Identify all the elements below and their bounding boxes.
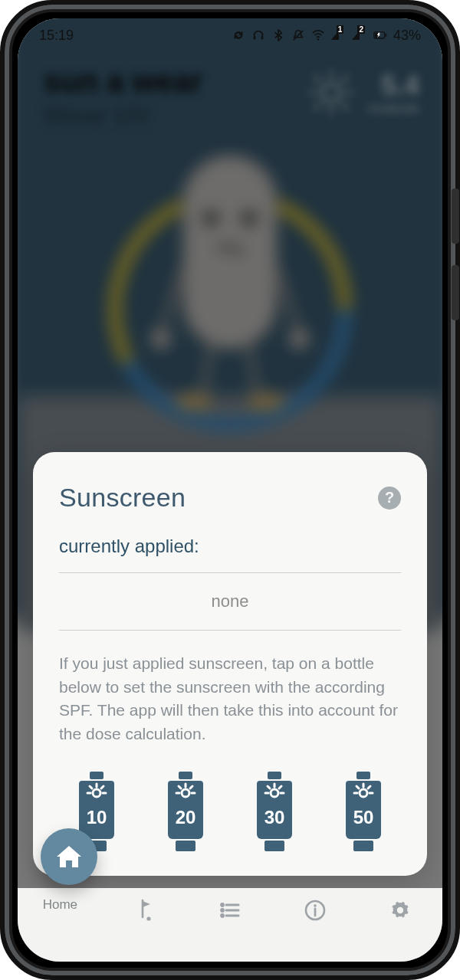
sunscreen-bottle-icon: 50 — [334, 770, 393, 854]
mute-icon — [291, 28, 305, 42]
svg-point-27 — [152, 329, 170, 348]
status-right: 1 2 43% — [232, 28, 421, 44]
svg-line-38 — [90, 786, 92, 788]
phone-side-button — [452, 265, 459, 320]
applied-label: currently applied: — [59, 536, 401, 557]
svg-point-67 — [222, 904, 224, 906]
status-bar: 15:19 — [18, 18, 442, 52]
bg-titles: sun a wear Wear UV — [44, 64, 202, 130]
svg-rect-3 — [261, 36, 263, 40]
svg-point-28 — [290, 329, 308, 348]
svg-rect-33 — [90, 772, 104, 779]
home-icon — [54, 841, 84, 872]
svg-point-31 — [176, 394, 212, 412]
bg-uv-badge: 5.4 moderate — [306, 67, 419, 118]
signal-2-icon: 2 — [352, 28, 367, 44]
nav-home[interactable]: Home — [18, 897, 103, 913]
svg-line-26 — [276, 264, 299, 333]
golf-flag-icon — [132, 897, 158, 923]
svg-point-74 — [314, 904, 317, 907]
svg-point-69 — [222, 910, 224, 912]
bg-title-line1: sun a wear — [44, 64, 202, 99]
svg-line-17 — [315, 104, 320, 110]
bg-title-line2: Wear UV — [44, 100, 202, 130]
svg-line-25 — [161, 264, 184, 333]
nav-settings[interactable] — [357, 897, 442, 923]
svg-point-66 — [147, 916, 151, 920]
svg-rect-57 — [356, 772, 370, 779]
svg-rect-48 — [176, 841, 196, 851]
phone-frame: 15:19 — [0, 0, 460, 980]
svg-rect-56 — [264, 841, 284, 851]
applied-value: none — [59, 572, 401, 631]
sun-outline-icon — [306, 67, 356, 118]
svg-point-24 — [246, 212, 252, 217]
bluetooth-icon — [271, 28, 285, 42]
svg-rect-2 — [254, 36, 256, 40]
wifi-icon — [311, 28, 325, 42]
spf-label: 50 — [353, 807, 374, 828]
spf-label: 30 — [264, 807, 285, 828]
svg-line-62 — [356, 786, 359, 788]
spf-row: 10 20 — [59, 770, 401, 854]
screen: 15:19 — [18, 18, 442, 962]
nav-flag[interactable] — [103, 897, 188, 923]
spf-label: 20 — [176, 807, 196, 828]
list-icon — [217, 897, 243, 923]
nav-list[interactable] — [188, 897, 273, 923]
battery-icon — [373, 28, 387, 42]
gear-icon — [387, 897, 413, 923]
sunscreen-sheet: Sunscreen ? currently applied: none If y… — [33, 452, 427, 876]
help-button[interactable]: ? — [378, 487, 401, 510]
svg-point-32 — [248, 394, 284, 412]
bg-uv-caption: moderate — [367, 102, 419, 116]
svg-rect-49 — [268, 772, 281, 779]
svg-point-23 — [208, 212, 214, 217]
svg-line-47 — [190, 786, 192, 788]
svg-line-16 — [343, 77, 348, 82]
status-battery: 43% — [393, 28, 421, 44]
svg-line-54 — [268, 786, 270, 788]
home-fab[interactable] — [41, 828, 97, 885]
svg-line-15 — [343, 104, 348, 110]
svg-rect-20 — [184, 156, 276, 348]
bg-uv-value: 5.4 — [367, 70, 419, 102]
svg-line-39 — [101, 786, 104, 788]
bottom-nav: Home — [18, 888, 442, 962]
svg-line-63 — [368, 786, 370, 788]
svg-rect-41 — [179, 772, 192, 779]
phone-side-button — [452, 188, 459, 244]
bg-character — [96, 133, 364, 432]
svg-line-46 — [179, 786, 181, 788]
svg-point-76 — [396, 907, 402, 913]
svg-rect-8 — [386, 34, 387, 37]
svg-point-71 — [222, 915, 224, 917]
sunscreen-bottle-icon: 30 — [245, 770, 304, 854]
sheet-title: Sunscreen — [59, 483, 186, 513]
svg-line-14 — [315, 77, 320, 82]
spf-label: 10 — [87, 807, 107, 828]
svg-rect-64 — [353, 841, 373, 851]
nav-home-label: Home — [43, 897, 77, 913]
svg-point-9 — [323, 84, 341, 102]
svg-line-55 — [279, 786, 281, 788]
signal-1-icon: 1 — [331, 28, 347, 44]
svg-point-5 — [317, 38, 320, 41]
svg-line-29 — [203, 348, 211, 394]
status-left: 15:19 — [39, 28, 86, 44]
sync-icon — [232, 28, 245, 42]
sunscreen-bottle-icon: 20 — [156, 770, 215, 854]
status-time: 15:19 — [39, 28, 74, 44]
spf-option-50[interactable]: 50 — [326, 770, 401, 854]
instructions-text: If you just applied sunscreen, tap on a … — [59, 652, 401, 746]
spf-option-30[interactable]: 30 — [237, 770, 312, 854]
svg-line-30 — [249, 348, 257, 394]
info-icon — [302, 897, 328, 923]
headset-icon — [251, 28, 265, 42]
spf-option-20[interactable]: 20 — [148, 770, 223, 854]
nav-info[interactable] — [272, 897, 357, 923]
